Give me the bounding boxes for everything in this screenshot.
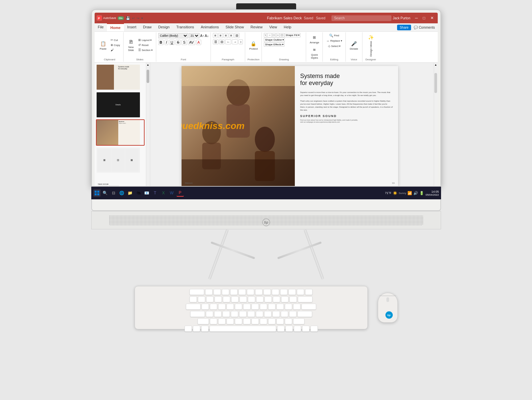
key-6[interactable]	[240, 296, 247, 302]
key-space[interactable]	[210, 326, 276, 332]
key-f6[interactable]	[247, 289, 254, 295]
key-comma[interactable]	[268, 318, 275, 324]
slide-thumb-2[interactable]: 2 Details	[96, 92, 145, 118]
key-f5[interactable]	[239, 289, 246, 295]
key-t[interactable]	[235, 304, 242, 310]
key-semicolon[interactable]	[281, 311, 288, 317]
reset-button[interactable]: ↺ Reset	[137, 43, 154, 47]
key-x[interactable]	[218, 318, 226, 324]
cut-button[interactable]: ✂ Cut	[109, 38, 122, 42]
align-center-button[interactable]: ≡	[218, 33, 223, 38]
key-8[interactable]	[256, 296, 264, 302]
slide-thumb-5[interactable]: 5 TRACE OUTLINE TRACE Q1	[96, 175, 145, 186]
key-q[interactable]	[202, 304, 209, 310]
key-tab[interactable]	[186, 304, 201, 310]
copy-button[interactable]: ⊕ Copy	[109, 43, 122, 47]
tab-home[interactable]: Home	[107, 23, 124, 31]
key-backslash[interactable]	[301, 304, 316, 310]
tab-animations[interactable]: Animations	[198, 23, 222, 31]
font-increase-button[interactable]: A↑	[200, 34, 204, 38]
key-m[interactable]	[260, 318, 267, 324]
key-escape[interactable]	[190, 289, 204, 295]
key-quote[interactable]	[289, 311, 296, 317]
key-s[interactable]	[214, 311, 222, 317]
close-button[interactable]: ✕	[428, 16, 436, 20]
align-left-button[interactable]: ≡	[213, 33, 218, 38]
font-family-select[interactable]: Calibri (Body)	[158, 33, 188, 38]
key-h[interactable]	[248, 311, 255, 317]
key-f2[interactable]	[214, 289, 221, 295]
key-lctrl[interactable]	[185, 326, 192, 332]
numbering-button[interactable]: ⊟	[219, 39, 225, 44]
key-backtick[interactable]	[190, 296, 197, 302]
task-view-button[interactable]: ⊟	[110, 189, 117, 197]
paste-button[interactable]: 📋 Paste	[98, 39, 109, 51]
key-period[interactable]	[276, 318, 284, 324]
design-ideas-button[interactable]: ✨ Design Ideas	[365, 33, 376, 57]
key-0[interactable]	[273, 296, 280, 302]
comments-button[interactable]: 💬 Comments	[414, 26, 435, 29]
teams-icon[interactable]: T	[152, 189, 159, 197]
vertical-scrollbar-left[interactable]: ▲	[146, 63, 150, 186]
key-b[interactable]	[243, 318, 251, 324]
columns-button[interactable]: ⊟	[234, 33, 240, 38]
oval-tool[interactable]: ○	[276, 33, 280, 37]
slide-thumb-3[interactable]: 3 Systems Superior sound...	[96, 119, 145, 146]
key-slash[interactable]	[285, 318, 292, 324]
vertical-scrollbar-right[interactable]: ▲ ▼	[434, 63, 438, 186]
shape-outline-button[interactable]: Shape Outline ▾	[264, 38, 285, 42]
key-f11[interactable]	[288, 289, 296, 295]
quick-styles-button[interactable]: ≋ QuickStyles	[309, 45, 320, 60]
replace-button[interactable]: ↔ Replace ▾	[325, 38, 343, 43]
key-4[interactable]	[223, 296, 230, 302]
key-rbracket[interactable]	[293, 304, 300, 310]
key-f1[interactable]	[205, 289, 213, 295]
strikethrough-button[interactable]: S	[176, 40, 181, 45]
rect-tool[interactable]: □	[272, 33, 276, 37]
key-j[interactable]	[256, 311, 263, 317]
font-color-button[interactable]: A	[196, 40, 201, 45]
key-3[interactable]	[215, 296, 222, 302]
key-n[interactable]	[252, 318, 259, 324]
key-f7[interactable]	[255, 289, 263, 295]
mouse-scroll-wheel[interactable]	[386, 297, 389, 302]
key-a[interactable]	[206, 311, 213, 317]
key-w[interactable]	[210, 304, 217, 310]
minimize-button[interactable]: ─	[413, 16, 420, 20]
key-ralt[interactable]	[277, 326, 284, 332]
explorer-icon[interactable]: 📁	[127, 189, 134, 197]
key-prtsc[interactable]	[305, 289, 312, 295]
tab-help[interactable]: Help	[280, 23, 295, 31]
key-1[interactable]	[198, 296, 205, 302]
tab-file[interactable]: File	[95, 23, 107, 31]
key-9[interactable]	[265, 296, 272, 302]
new-slide-button[interactable]: 🖹 NewSlide	[126, 38, 136, 52]
word-icon[interactable]: W	[168, 189, 176, 197]
format-painter-button[interactable]: 🖌	[109, 48, 122, 52]
key-up[interactable]	[302, 326, 309, 332]
tab-review[interactable]: Review	[247, 23, 266, 31]
redo-icon[interactable]: ↪	[136, 16, 140, 20]
key-g[interactable]	[239, 311, 247, 317]
store-icon[interactable]: 🛍	[135, 189, 142, 197]
bold-button[interactable]: B	[158, 40, 164, 45]
key-k[interactable]	[264, 311, 271, 317]
layout-button[interactable]: ⊞ Layout ▾	[137, 38, 154, 42]
share-button[interactable]: Share	[397, 25, 411, 30]
excel-icon[interactable]: X	[160, 189, 167, 197]
scroll-up-arrow[interactable]: ▲	[147, 63, 149, 66]
autosave-toggle[interactable]: On	[118, 16, 124, 20]
arrow-tool[interactable]: →	[267, 33, 272, 37]
indent-more-button[interactable]: →	[232, 39, 238, 44]
search-input[interactable]	[331, 15, 391, 21]
key-minus[interactable]	[281, 296, 288, 302]
key-f12[interactable]	[297, 289, 304, 295]
shadow-button[interactable]: S	[182, 40, 187, 45]
key-lshift[interactable]	[198, 318, 209, 324]
key-lbracket[interactable]	[285, 304, 292, 310]
arrange-button[interactable]: ⊞ Arrange	[308, 33, 320, 45]
key-u[interactable]	[252, 304, 259, 310]
key-l[interactable]	[272, 311, 280, 317]
undo-icon[interactable]: ↩	[131, 16, 135, 20]
key-rctrl[interactable]	[285, 326, 293, 332]
